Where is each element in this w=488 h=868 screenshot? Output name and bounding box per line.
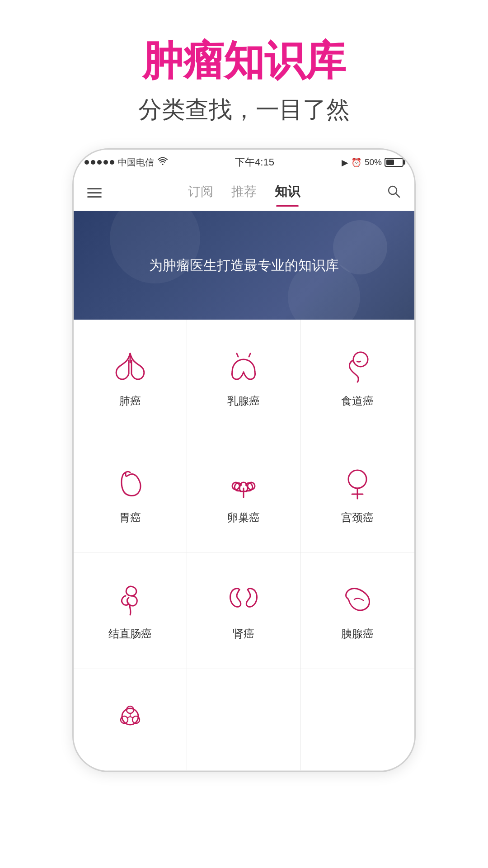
search-button[interactable]: [386, 184, 401, 202]
alarm-icon: ⏰: [351, 157, 362, 168]
svg-line-1: [396, 193, 399, 197]
nav-bar: 订阅 推荐 知识: [74, 175, 414, 211]
svg-line-4: [249, 354, 250, 357]
cervix-icon: [337, 463, 378, 504]
pancreas-icon: [337, 580, 378, 620]
signal-dots: [84, 160, 114, 165]
status-time: 下午4:15: [235, 156, 274, 169]
status-bar: 中国电信 下午4:15 ▶ ⏰ 50%: [74, 150, 414, 175]
menu-line-1: [87, 188, 102, 189]
lung-icon: [110, 347, 150, 387]
signal-dot-3: [97, 160, 102, 165]
stomach-icon: [110, 463, 150, 504]
tab-knowledge[interactable]: 知识: [275, 183, 300, 203]
tab-subscribe[interactable]: 订阅: [188, 183, 213, 203]
svg-line-16: [127, 717, 130, 718]
category-empty-1: [187, 669, 300, 771]
esophagus-label: 食道癌: [341, 394, 374, 408]
category-empty-2: [301, 669, 414, 771]
colorectal-label: 结直肠癌: [108, 627, 152, 641]
status-left: 中国电信: [84, 156, 168, 169]
phone-frame: 中国电信 下午4:15 ▶ ⏰ 50%: [72, 148, 416, 772]
banner-deco-3: [333, 220, 387, 274]
svg-point-5: [353, 352, 368, 367]
menu-button[interactable]: [87, 188, 102, 198]
battery-bar: [385, 158, 404, 167]
kidney-label: 肾癌: [233, 627, 254, 641]
category-pancreas[interactable]: 胰腺癌: [301, 552, 414, 669]
lung-label: 肺癌: [119, 394, 141, 408]
tab-recommend[interactable]: 推荐: [231, 183, 257, 203]
signal-dot-1: [84, 160, 89, 165]
signal-dot-5: [110, 160, 114, 165]
signal-dot-4: [103, 160, 108, 165]
svg-point-8: [348, 470, 366, 488]
category-colorectal[interactable]: 结直肠癌: [74, 552, 187, 669]
esophagus-icon: [337, 347, 378, 387]
svg-line-3: [237, 354, 238, 357]
page-title-sub: 分类查找，一目了然: [138, 94, 350, 126]
kidney-icon: [223, 580, 264, 620]
battery-percent: 50%: [365, 157, 382, 167]
breast-icon: [223, 347, 264, 387]
ovary-icon: [223, 463, 264, 504]
svg-line-17: [130, 717, 133, 718]
colorectal-icon: [110, 580, 150, 620]
battery-tip: [404, 160, 405, 165]
carrier-name: 中国电信: [118, 156, 154, 169]
page-title-main: 肿瘤知识库: [138, 36, 350, 85]
banner-text: 为肿瘤医生打造最专业的知识库: [149, 256, 339, 275]
pancreas-label: 胰腺癌: [341, 627, 374, 641]
nav-tabs: 订阅 推荐 知识: [188, 183, 300, 203]
ovary-label: 卵巢癌: [227, 510, 260, 525]
battery-fill: [386, 160, 394, 165]
menu-line-3: [87, 196, 102, 198]
location-icon: ▶: [342, 157, 348, 168]
lymph-icon: [110, 696, 150, 737]
category-breast[interactable]: 乳腺癌: [187, 320, 300, 436]
page-header: 肿瘤知识库 分类查找，一目了然: [138, 36, 350, 126]
svg-point-12: [127, 706, 134, 713]
status-right: ▶ ⏰ 50%: [342, 157, 404, 168]
wifi-icon: [158, 157, 168, 168]
menu-line-2: [87, 192, 102, 193]
stomach-label: 胃癌: [119, 510, 141, 525]
category-kidney[interactable]: 肾癌: [187, 552, 300, 669]
categories-grid: 肺癌 乳腺癌: [74, 320, 414, 771]
category-stomach[interactable]: 胃癌: [74, 436, 187, 553]
category-cervix[interactable]: 宫颈癌: [301, 436, 414, 553]
category-ovary[interactable]: 卵巢癌: [187, 436, 300, 553]
category-lymph[interactable]: [74, 669, 187, 771]
category-esophagus[interactable]: 食道癌: [301, 320, 414, 436]
category-lung[interactable]: 肺癌: [74, 320, 187, 436]
breast-label: 乳腺癌: [227, 394, 260, 408]
cervix-label: 宫颈癌: [341, 510, 374, 525]
signal-dot-2: [91, 160, 95, 165]
knowledge-banner: 为肿瘤医生打造最专业的知识库: [74, 211, 414, 320]
